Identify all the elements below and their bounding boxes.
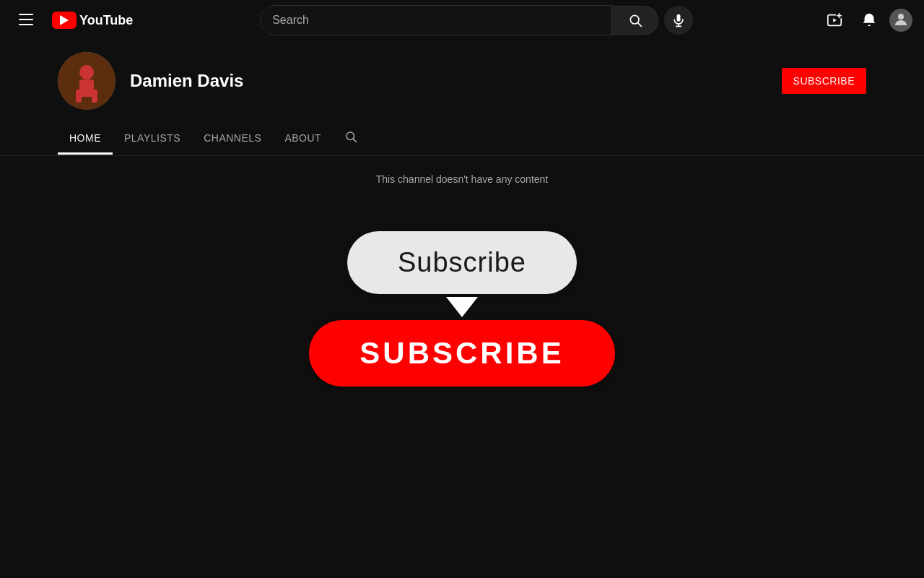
tab-playlists[interactable]: PLAYLISTS [113,124,192,155]
search-form [260,5,658,35]
youtube-logo-icon [52,12,77,29]
subscribe-header-button[interactable]: SUBSCRIBE [782,68,866,94]
channel-tabs: HOME PLAYLISTS CHANNELS ABOUT [0,121,924,156]
svg-rect-2 [19,24,33,25]
tab-search-button[interactable] [333,121,369,155]
channel-name: Damien Davis [130,71,243,91]
subscribe-white-pill: Subscribe [347,231,577,294]
channel-avatar [58,52,116,110]
youtube-logo-text: YouTube [79,13,133,28]
navbar: YouTube [0,0,924,40]
search-input-wrapper [260,5,612,35]
mic-icon [671,13,686,27]
svg-rect-1 [19,19,33,20]
create-icon [827,12,842,28]
youtube-logo[interactable]: YouTube [52,12,133,29]
navbar-right [820,6,912,35]
subscribe-red-pill: SUBSCRIBE [309,320,614,387]
user-avatar-icon [892,11,910,28]
channel-content: This channel doesn't have any content Su… [0,156,924,398]
search-button[interactable] [612,6,658,35]
hamburger-icon [19,12,33,29]
subscribe-illustration: Subscribe SUBSCRIBE [58,231,866,387]
channel-info: Damien Davis [58,52,243,110]
tab-channels[interactable]: CHANNELS [192,124,273,155]
create-button[interactable] [820,6,849,35]
avatar-figure [58,52,116,110]
svg-rect-5 [677,14,681,22]
tab-search-icon [344,130,357,143]
notifications-button[interactable] [855,6,884,35]
hamburger-button[interactable] [12,6,40,35]
svg-point-16 [79,65,94,79]
svg-rect-0 [19,14,33,15]
mic-button[interactable] [664,6,693,35]
no-content-message: This channel doesn't have any content [58,168,866,202]
svg-line-21 [354,139,357,142]
svg-marker-9 [833,18,837,22]
bell-icon [861,12,877,28]
channel-avatar-inner [58,52,116,110]
tab-home[interactable]: HOME [58,124,113,155]
svg-rect-18 [76,90,82,103]
user-avatar-button[interactable] [889,9,912,32]
channel-header: Damien Davis SUBSCRIBE [0,40,924,121]
search-input[interactable] [261,6,611,35]
svg-point-13 [898,14,904,20]
svg-line-4 [637,23,641,27]
navbar-center [260,5,693,35]
navbar-left: YouTube [12,6,133,35]
svg-rect-19 [92,90,97,103]
tab-about[interactable]: ABOUT [273,124,333,155]
search-icon [628,13,642,27]
arrow-down-icon [446,297,478,317]
